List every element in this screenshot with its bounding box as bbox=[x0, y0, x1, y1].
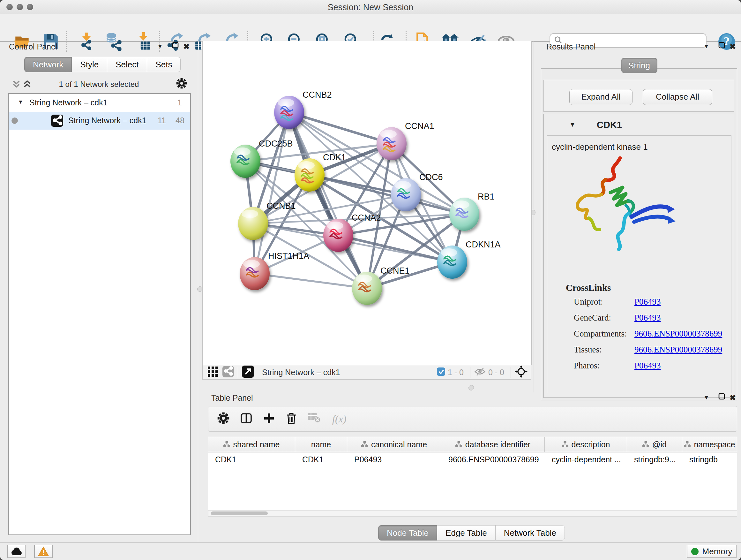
tab-sets[interactable]: Sets bbox=[147, 57, 181, 72]
table-cell[interactable]: P06493 bbox=[347, 455, 441, 464]
network-node-RB1[interactable]: RB1 bbox=[449, 192, 495, 231]
collapse-all-button[interactable]: Collapse All bbox=[643, 89, 712, 105]
network-overview-icon[interactable] bbox=[222, 366, 234, 379]
crosslink-row: Tissues: 9606.ENSP00000378699 bbox=[574, 345, 727, 361]
crosslink-row: Uniprot: P06493 bbox=[574, 297, 727, 313]
left-splitter-handle[interactable] bbox=[197, 287, 203, 292]
column-header--id[interactable]: @id bbox=[627, 437, 682, 452]
expand-all-button[interactable]: Expand All bbox=[569, 89, 632, 105]
control-panel-float-icon[interactable] bbox=[172, 42, 179, 51]
network-edge bbox=[255, 273, 367, 288]
detach-view-icon[interactable] bbox=[242, 366, 254, 379]
column-tree-icon bbox=[643, 440, 649, 449]
crosslink-label: Uniprot: bbox=[574, 297, 603, 307]
table-panel-close-icon[interactable]: ✖ bbox=[730, 393, 736, 402]
scrollbar-thumb[interactable] bbox=[211, 511, 268, 515]
node-label: CCNA1 bbox=[405, 121, 434, 131]
collapse-all-icon[interactable] bbox=[11, 79, 21, 91]
table-cell[interactable]: CDK1 bbox=[208, 455, 295, 464]
table-panel-float-icon[interactable] bbox=[718, 393, 726, 401]
memory-status-dot bbox=[691, 548, 698, 555]
table-cell[interactable]: CDK1 bbox=[295, 455, 347, 464]
node-label: CCNB2 bbox=[302, 90, 332, 100]
function-builder-icon: f(x) bbox=[332, 413, 346, 425]
gear-icon[interactable] bbox=[176, 78, 187, 90]
results-panel-float-icon[interactable] bbox=[718, 42, 726, 51]
results-entry-card: cyclin-dependent kinase 1 CrossLinks Uni… bbox=[547, 135, 731, 393]
network-node-HIST1H1A[interactable]: HIST1H1A bbox=[240, 251, 309, 290]
cloud-icon[interactable] bbox=[7, 545, 25, 558]
network-node-CDC6[interactable]: CDC6 bbox=[391, 172, 443, 211]
entry-expander-icon[interactable]: ▼ bbox=[569, 121, 576, 128]
import-network-file-icon[interactable] bbox=[77, 32, 96, 51]
node-label: CDC25B bbox=[259, 139, 293, 148]
table-horizontal-scrollbar[interactable] bbox=[208, 510, 737, 516]
node-label: CCNE1 bbox=[381, 266, 410, 275]
tab-network[interactable]: Network bbox=[24, 57, 72, 72]
import-network-database-icon[interactable] bbox=[104, 32, 123, 51]
results-panel-menu-icon[interactable]: ▼ bbox=[703, 43, 710, 50]
network-edge bbox=[289, 112, 392, 144]
tree-expander-icon[interactable]: ▼ bbox=[18, 99, 23, 105]
grid-view-icon[interactable] bbox=[208, 367, 218, 378]
table-cell[interactable]: stringdb:9... bbox=[627, 455, 682, 464]
network-node-CCNA1[interactable]: CCNA1 bbox=[377, 121, 434, 160]
crosslink-link[interactable]: 9606.ENSP00000378699 bbox=[634, 329, 722, 339]
add-column-icon[interactable] bbox=[263, 413, 275, 425]
crosslink-link[interactable]: P06493 bbox=[634, 313, 661, 323]
tab-edge-table[interactable]: Edge Table bbox=[437, 525, 495, 541]
control-panel-close-icon[interactable]: ✖ bbox=[183, 42, 190, 51]
column-header-canonical-name[interactable]: canonical name bbox=[347, 437, 441, 452]
table-cell[interactable]: stringdb bbox=[682, 455, 737, 464]
network-node-count: 11 bbox=[158, 116, 166, 125]
table-cell[interactable]: cyclin-dependent ... bbox=[545, 455, 627, 464]
tab-string[interactable]: String bbox=[621, 58, 657, 73]
tab-style[interactable]: Style bbox=[72, 57, 107, 72]
network-collection-row[interactable]: ▼ String Network – cdk1 1 bbox=[9, 94, 190, 112]
warning-icon[interactable] bbox=[34, 545, 53, 558]
hidden-eye-icon bbox=[474, 367, 486, 377]
column-tree-icon bbox=[223, 440, 230, 449]
crosslink-link[interactable]: 9606.ENSP00000378699 bbox=[634, 345, 722, 355]
table-row[interactable]: CDK1CDK1P064939606.ENSP00000378699cyclin… bbox=[208, 452, 737, 466]
memory-button[interactable]: Memory bbox=[687, 545, 737, 558]
crosslink-link[interactable]: P06493 bbox=[634, 297, 661, 307]
delete-column-icon[interactable] bbox=[286, 412, 297, 426]
network-tree: ▼ String Network – cdk1 1 String Network… bbox=[8, 93, 191, 535]
node-label: CCNA2 bbox=[352, 213, 381, 223]
column-tree-icon bbox=[455, 440, 462, 449]
network-canvas[interactable]: CCNB2 CCNA1 CDC25B CDK1 CDC6 RB1 CCNB1 C… bbox=[202, 41, 532, 365]
column-header-database-identifier[interactable]: database identifier bbox=[441, 437, 545, 452]
network-node-CDK1[interactable]: CDK1 bbox=[294, 152, 346, 192]
expand-all-icon[interactable] bbox=[22, 79, 32, 91]
import-table-icon[interactable] bbox=[133, 32, 151, 51]
column-header-shared-name[interactable]: shared name bbox=[208, 437, 295, 452]
tab-network-table[interactable]: Network Table bbox=[495, 525, 565, 541]
column-header-namespace[interactable]: namespace bbox=[682, 437, 737, 452]
crosslink-row: GeneCard: P06493 bbox=[574, 313, 727, 329]
bottom-splitter-handle[interactable] bbox=[468, 385, 474, 390]
control-panel-title: Control Panel bbox=[9, 42, 57, 51]
table-panel-menu-icon[interactable]: ▼ bbox=[703, 394, 710, 401]
column-tree-icon bbox=[562, 440, 568, 449]
network-node-CDKN1A[interactable]: CDKN1A bbox=[437, 240, 501, 279]
control-panel-menu-icon[interactable]: ▼ bbox=[157, 43, 163, 50]
selected-checkbox-icon[interactable] bbox=[437, 368, 445, 377]
column-header-name[interactable]: name bbox=[295, 437, 347, 452]
node-label: RB1 bbox=[478, 192, 495, 201]
main-toolbar: ? bbox=[0, 14, 741, 42]
network-node-CCNB1[interactable]: CCNB1 bbox=[238, 201, 296, 240]
results-panel-close-icon[interactable]: ✖ bbox=[730, 42, 736, 51]
gear-icon[interactable] bbox=[217, 412, 229, 426]
network-row[interactable]: String Network – cdk1 11 48 bbox=[9, 112, 190, 130]
show-columns-icon[interactable] bbox=[240, 412, 253, 426]
tab-node-table[interactable]: Node Table bbox=[378, 525, 437, 541]
column-header-description[interactable]: description bbox=[545, 437, 627, 452]
birdseye-icon[interactable] bbox=[515, 365, 528, 379]
app-window: Session: New Session ? Control Panel ▼ ✖… bbox=[0, 0, 741, 560]
network-collection-label: String Network – cdk1 bbox=[29, 98, 108, 107]
node-label: CDK1 bbox=[323, 152, 346, 162]
tab-select[interactable]: Select bbox=[107, 57, 147, 72]
table-cell[interactable]: 9606.ENSP00000378699 bbox=[441, 455, 545, 464]
crosslink-link[interactable]: P06493 bbox=[634, 361, 661, 371]
